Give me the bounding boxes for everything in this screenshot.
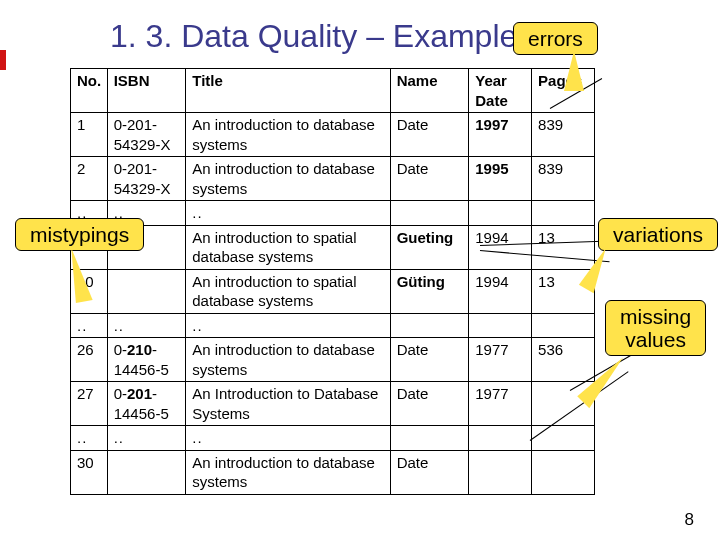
data-table-wrap: No. ISBN Title Name Year Date Pages 10-2… xyxy=(70,68,595,495)
table-row: 20-201-54329-XAn introduction to databas… xyxy=(71,157,595,201)
slide-title: 1. 3. Data Quality – Example xyxy=(110,18,517,55)
cell-no: 30 xyxy=(71,450,108,494)
table-row: ...... xyxy=(71,201,595,226)
cell-pages: 13 xyxy=(532,225,595,269)
cell-year: 1977 xyxy=(469,382,532,426)
th-year: Year Date xyxy=(469,69,532,113)
cell-name xyxy=(390,313,469,338)
th-isbn: ISBN xyxy=(107,69,186,113)
cell-name: Date xyxy=(390,450,469,494)
cell-pages: 839 xyxy=(532,157,595,201)
cell-isbn: .. xyxy=(107,313,186,338)
callout-errors: errors xyxy=(513,22,598,55)
table-body: 10-201-54329-XAn introduction to databas… xyxy=(71,113,595,495)
table-row: 260-210-14456-5An introduction to databa… xyxy=(71,338,595,382)
callout-mistypings-label: mistypings xyxy=(30,223,129,246)
cell-title: .. xyxy=(186,201,390,226)
cell-isbn: 0-210-14456-5 xyxy=(107,338,186,382)
table-row: ...... xyxy=(71,313,595,338)
table-row: 270-201-14456-5An Introduction to Databa… xyxy=(71,382,595,426)
cell-no: 27 xyxy=(71,382,108,426)
cell-no: 2 xyxy=(71,157,108,201)
page-number: 8 xyxy=(685,510,694,530)
cell-pages xyxy=(532,426,595,451)
data-table: No. ISBN Title Name Year Date Pages 10-2… xyxy=(70,68,595,495)
cell-pages xyxy=(532,450,595,494)
callout-missing-label: missingvalues xyxy=(620,305,691,351)
cell-year: 1995 xyxy=(469,157,532,201)
cell-name: Date xyxy=(390,338,469,382)
callout-variations-label: variations xyxy=(613,223,703,246)
table-row: ...... xyxy=(71,426,595,451)
cell-isbn: 0-201-14456-5 xyxy=(107,382,186,426)
cell-title: An introduction to database systems xyxy=(186,338,390,382)
callout-missing-values: missingvalues xyxy=(605,300,706,356)
cell-name xyxy=(390,201,469,226)
cell-year: 1994 xyxy=(469,225,532,269)
table-row: 10-201-54329-XAn introduction to databas… xyxy=(71,113,595,157)
cell-pages xyxy=(532,313,595,338)
callout-mistypings: mistypings xyxy=(15,218,144,251)
cell-name: Gueting xyxy=(390,225,469,269)
cell-title: .. xyxy=(186,313,390,338)
cell-title: An introduction to spatial database syst… xyxy=(186,225,390,269)
cell-year: 1997 xyxy=(469,113,532,157)
th-name: Name xyxy=(390,69,469,113)
cell-no: 26 xyxy=(71,338,108,382)
cell-pages: 839 xyxy=(532,113,595,157)
cell-no: .. xyxy=(71,426,108,451)
cell-isbn: 0-201-54329-X xyxy=(107,157,186,201)
cell-isbn xyxy=(107,269,186,313)
cell-year xyxy=(469,450,532,494)
cell-pages: 536 xyxy=(532,338,595,382)
table-row: 9An introduction to spatial database sys… xyxy=(71,225,595,269)
cell-year xyxy=(469,201,532,226)
th-no: No. xyxy=(71,69,108,113)
cell-title: An introduction to database systems xyxy=(186,450,390,494)
cell-year xyxy=(469,313,532,338)
table-header-row: No. ISBN Title Name Year Date Pages xyxy=(71,69,595,113)
cell-isbn: .. xyxy=(107,426,186,451)
cell-title: An Introduction to Database Systems xyxy=(186,382,390,426)
cell-isbn: 0-201-54329-X xyxy=(107,113,186,157)
cell-pages xyxy=(532,201,595,226)
cell-title: An introduction to database systems xyxy=(186,113,390,157)
cell-name xyxy=(390,426,469,451)
callout-errors-label: errors xyxy=(528,27,583,50)
table-row: 10An introduction to spatial database sy… xyxy=(71,269,595,313)
cell-name: Date xyxy=(390,382,469,426)
cell-title: An introduction to database systems xyxy=(186,157,390,201)
cell-name: Date xyxy=(390,157,469,201)
cell-title: .. xyxy=(186,426,390,451)
cell-no: 1 xyxy=(71,113,108,157)
cell-name: Güting xyxy=(390,269,469,313)
callout-variations: variations xyxy=(598,218,718,251)
cell-name: Date xyxy=(390,113,469,157)
cell-year: 1994 xyxy=(469,269,532,313)
cell-no: .. xyxy=(71,313,108,338)
cell-year: 1977 xyxy=(469,338,532,382)
cell-isbn xyxy=(107,450,186,494)
th-title: Title xyxy=(186,69,390,113)
table-row: 30An introduction to database systemsDat… xyxy=(71,450,595,494)
cell-year xyxy=(469,426,532,451)
cell-title: An introduction to spatial database syst… xyxy=(186,269,390,313)
accent-bar xyxy=(0,50,6,70)
